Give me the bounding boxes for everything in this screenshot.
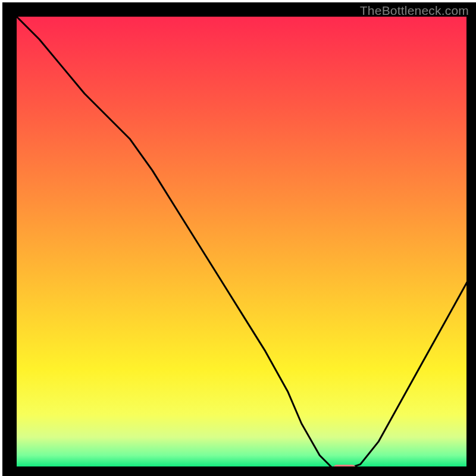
chart-svg (0, 0, 476, 476)
bottleneck-chart: TheBottleneck.com (0, 0, 476, 476)
watermark-text: TheBottleneck.com (360, 4, 469, 18)
